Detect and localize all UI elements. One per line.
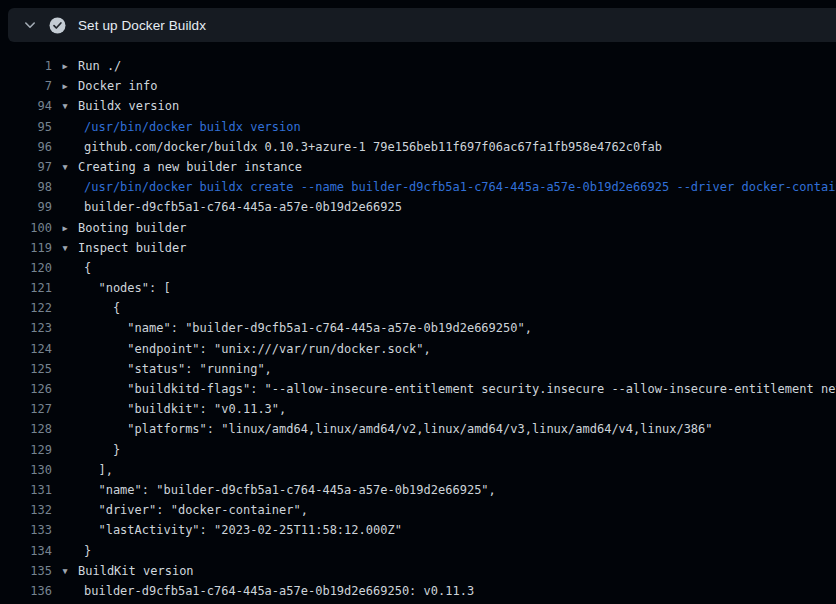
chevron-down-icon[interactable] bbox=[22, 17, 38, 33]
group-toggle-icon bbox=[52, 520, 78, 540]
group-expanded-icon[interactable]: ▼ bbox=[52, 238, 78, 258]
log-line[interactable]: 7 ▶ Docker info bbox=[0, 76, 836, 96]
line-number[interactable]: 97 bbox=[0, 157, 52, 177]
line-number[interactable]: 127 bbox=[0, 399, 52, 419]
group-expanded-icon[interactable]: ▼ bbox=[52, 157, 78, 177]
group-toggle-icon bbox=[52, 318, 78, 338]
log-line[interactable]: 94 ▼ Buildx version bbox=[0, 96, 836, 116]
log-line-text: "name": "builder-d9cfb5a1-c764-445a-a57e… bbox=[78, 318, 836, 338]
log-line[interactable]: 1 ▶ Run ./ bbox=[0, 56, 836, 76]
group-toggle-icon bbox=[52, 278, 78, 298]
line-number[interactable]: 1 bbox=[0, 56, 52, 76]
log-line-text: { bbox=[78, 298, 836, 318]
group-expanded-icon[interactable]: ▼ bbox=[52, 561, 78, 581]
log-line: 132 "driver": "docker-container", bbox=[0, 500, 836, 520]
line-number[interactable]: 133 bbox=[0, 520, 52, 540]
group-toggle-icon bbox=[52, 399, 78, 419]
log-line: 123 "name": "builder-d9cfb5a1-c764-445a-… bbox=[0, 318, 836, 338]
log-line: 125 "status": "running", bbox=[0, 359, 836, 379]
group-toggle-icon bbox=[52, 298, 78, 318]
line-number[interactable]: 135 bbox=[0, 561, 52, 581]
log-line: 128 "platforms": "linux/amd64,linux/amd6… bbox=[0, 419, 836, 439]
line-number[interactable]: 125 bbox=[0, 359, 52, 379]
log-line-text: "buildkit": "v0.11.3", bbox=[78, 399, 836, 419]
log-line-text: builder-d9cfb5a1-c764-445a-a57e-0b19d2e6… bbox=[78, 581, 836, 601]
log-line-text: } bbox=[78, 541, 836, 561]
log-line: 127 "buildkit": "v0.11.3", bbox=[0, 399, 836, 419]
log-line[interactable]: 135 ▼ BuildKit version bbox=[0, 561, 836, 581]
line-number[interactable]: 132 bbox=[0, 500, 52, 520]
log-line[interactable]: 119 ▼ Inspect builder bbox=[0, 238, 836, 258]
log-line-text: "endpoint": "unix:///var/run/docker.sock… bbox=[78, 339, 836, 359]
group-expanded-icon[interactable]: ▼ bbox=[52, 96, 78, 116]
line-number[interactable]: 7 bbox=[0, 76, 52, 96]
log-line: 131 "name": "builder-d9cfb5a1-c764-445a-… bbox=[0, 480, 836, 500]
group-toggle-icon bbox=[52, 460, 78, 480]
log-line-text: "name": "builder-d9cfb5a1-c764-445a-a57e… bbox=[78, 480, 836, 500]
line-number[interactable]: 119 bbox=[0, 238, 52, 258]
log-line[interactable]: 97 ▼ Creating a new builder instance bbox=[0, 157, 836, 177]
group-collapsed-icon[interactable]: ▶ bbox=[52, 56, 78, 76]
log-line: 133 "lastActivity": "2023-02-25T11:58:12… bbox=[0, 520, 836, 540]
check-circle-icon bbox=[49, 17, 66, 34]
log-line-text: "lastActivity": "2023-02-25T11:58:12.000… bbox=[78, 520, 836, 540]
line-number[interactable]: 126 bbox=[0, 379, 52, 399]
line-number[interactable]: 96 bbox=[0, 137, 52, 157]
log-line-text: Run ./ bbox=[78, 56, 836, 76]
log-line-text: ], bbox=[78, 460, 836, 480]
line-number[interactable]: 121 bbox=[0, 278, 52, 298]
group-toggle-icon bbox=[52, 440, 78, 460]
log-line: 129 } bbox=[0, 440, 836, 460]
log-line[interactable]: 100 ▶ Booting builder bbox=[0, 218, 836, 238]
log-line-text: Docker info bbox=[78, 76, 836, 96]
group-toggle-icon bbox=[52, 480, 78, 500]
line-number[interactable]: 120 bbox=[0, 258, 52, 278]
line-number[interactable]: 130 bbox=[0, 460, 52, 480]
line-number[interactable]: 128 bbox=[0, 419, 52, 439]
line-number[interactable]: 99 bbox=[0, 197, 52, 217]
line-number[interactable]: 136 bbox=[0, 581, 52, 601]
line-number[interactable]: 134 bbox=[0, 541, 52, 561]
step-header[interactable]: Set up Docker Buildx bbox=[8, 8, 836, 42]
line-number[interactable]: 98 bbox=[0, 177, 52, 197]
line-number[interactable]: 124 bbox=[0, 339, 52, 359]
log-line-text: /usr/bin/docker buildx create --name bui… bbox=[78, 177, 836, 197]
group-toggle-icon bbox=[52, 541, 78, 561]
log-line-text: "status": "running", bbox=[78, 359, 836, 379]
log-line-text: "platforms": "linux/amd64,linux/amd64/v2… bbox=[78, 419, 836, 439]
group-toggle-icon bbox=[52, 379, 78, 399]
log-line-text: "nodes": [ bbox=[78, 278, 836, 298]
group-toggle-icon bbox=[52, 177, 78, 197]
line-number[interactable]: 129 bbox=[0, 440, 52, 460]
log-line: 120 { bbox=[0, 258, 836, 278]
log-line: 121 "nodes": [ bbox=[0, 278, 836, 298]
line-number[interactable]: 94 bbox=[0, 96, 52, 116]
log-line-text: /usr/bin/docker buildx version bbox=[78, 117, 836, 137]
log-line: 98 /usr/bin/docker buildx create --name … bbox=[0, 177, 836, 197]
line-number[interactable]: 123 bbox=[0, 318, 52, 338]
log-line-text: Creating a new builder instance bbox=[78, 157, 836, 177]
log-line-text: Inspect builder bbox=[78, 238, 836, 258]
group-toggle-icon bbox=[52, 117, 78, 137]
group-toggle-icon bbox=[52, 339, 78, 359]
line-number[interactable]: 131 bbox=[0, 480, 52, 500]
log-line: 96 github.com/docker/buildx 0.10.3+azure… bbox=[0, 137, 836, 157]
log-line: 130 ], bbox=[0, 460, 836, 480]
log-line-text: "buildkitd-flags": "--allow-insecure-ent… bbox=[78, 379, 836, 399]
group-collapsed-icon[interactable]: ▶ bbox=[52, 218, 78, 238]
log-line-text: "driver": "docker-container", bbox=[78, 500, 836, 520]
group-toggle-icon bbox=[52, 500, 78, 520]
group-toggle-icon bbox=[52, 359, 78, 379]
line-number[interactable]: 100 bbox=[0, 218, 52, 238]
line-number[interactable]: 95 bbox=[0, 117, 52, 137]
log-line: 99 builder-d9cfb5a1-c764-445a-a57e-0b19d… bbox=[0, 197, 836, 217]
log-panel: 1 ▶ Run ./ 7 ▶ Docker info 94 ▼ Buildx v… bbox=[0, 42, 836, 604]
group-toggle-icon bbox=[52, 581, 78, 601]
log-line-text: github.com/docker/buildx 0.10.3+azure-1 … bbox=[78, 137, 836, 157]
line-number[interactable]: 122 bbox=[0, 298, 52, 318]
group-collapsed-icon[interactable]: ▶ bbox=[52, 76, 78, 96]
group-toggle-icon bbox=[52, 137, 78, 157]
log-line-text: Buildx version bbox=[78, 96, 836, 116]
log-line-text: } bbox=[78, 440, 836, 460]
step-title: Set up Docker Buildx bbox=[78, 18, 206, 33]
